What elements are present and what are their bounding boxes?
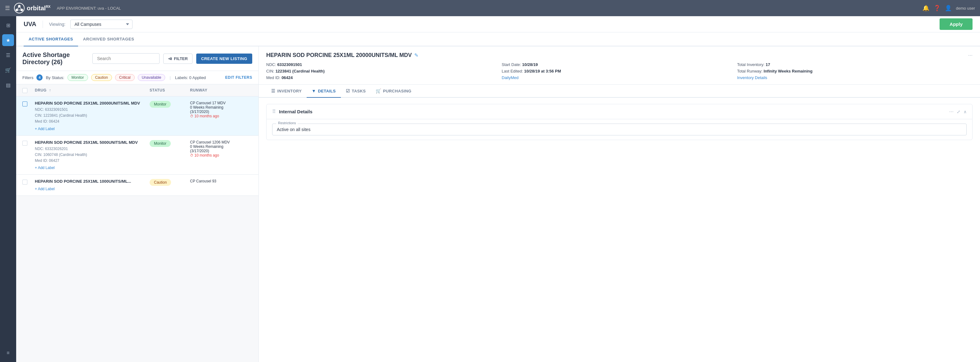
edit-pencil-icon[interactable]: ✎	[414, 52, 418, 58]
row-2-checkbox[interactable]	[22, 141, 27, 146]
user-icon[interactable]: 👤	[945, 5, 952, 11]
detail-inventory-link[interactable]: Inventory Details	[737, 75, 972, 80]
filter-icon: ⧏	[168, 56, 172, 61]
card-header: ⠿ Internal Details ⋯ ⤢ ∧	[267, 104, 972, 119]
details-tab-icon: ▼	[312, 88, 316, 93]
filter-button[interactable]: ⧏ FILTER	[163, 54, 192, 64]
runway-col-1: CP Carousel 17 MDV 0 Weeks Remaining (3/…	[190, 101, 252, 118]
svg-line-5	[19, 6, 22, 10]
logo-text: orbitalRX	[27, 5, 50, 12]
add-label-3[interactable]: + Add Label	[35, 187, 55, 191]
search-input[interactable]	[92, 53, 159, 64]
status-pill-1: Monitor	[150, 101, 171, 108]
by-status-label: By Status:	[46, 75, 64, 80]
drug-meta-1: NDC: 63323091501 CIN: 1223841 (Cardinal …	[35, 107, 150, 125]
detail-total-inventory: Total Inventory: 17	[737, 62, 972, 67]
edit-filters-link[interactable]: EDIT FILTERS	[225, 75, 252, 80]
runway-weeks-2: 0 Weeks Remaining	[190, 144, 252, 149]
sidebar-item-menu[interactable]: ≡	[2, 347, 14, 359]
logo: orbitalRX	[14, 3, 50, 14]
sidebar-item-bars[interactable]: ▤	[2, 79, 14, 91]
status-chip-monitor[interactable]: Monitor	[67, 74, 88, 81]
apply-button[interactable]: Apply	[940, 18, 972, 30]
status-chip-critical[interactable]: Critical	[115, 74, 135, 81]
drug-meta-2: NDC: 63323026201 CIN: 1060748 (Cardinal …	[35, 146, 150, 164]
detail-tabs: ☰ INVENTORY ▼ DETAILS ☑ TASKS 🛒 PURCHASI…	[259, 85, 980, 98]
detail-tab-tasks[interactable]: ☑ TASKS	[341, 85, 371, 98]
svg-point-0	[14, 3, 24, 13]
notification-icon[interactable]: 🔔	[923, 5, 929, 11]
sidebar-item-cart[interactable]: 🛒	[2, 64, 14, 76]
campus-select[interactable]: All Campuses	[70, 20, 132, 29]
app-env-label: APP ENVIRONMENT: uva - LOCAL	[57, 6, 121, 11]
card-actions: ⋯ ⤢ ∧	[949, 109, 967, 114]
runway-col-3: CP Carousel 93	[190, 179, 252, 183]
main-content: UVA Viewing: All Campuses Apply Active S…	[16, 16, 980, 362]
directory-header: Active Shortage Directory (26) ⧏ FILTER …	[16, 46, 258, 71]
runway-ago-2: ⏱ 10 months ago	[190, 153, 252, 158]
internal-details-card: ⠿ Internal Details ⋯ ⤢ ∧ Restrictions	[266, 104, 972, 140]
drag-handle-icon[interactable]: ⠿	[272, 108, 276, 115]
labels-text: Labels: 0 Applied	[175, 75, 206, 80]
header-drug[interactable]: DRUG ↑	[35, 88, 150, 92]
add-label-2[interactable]: + Add Label	[35, 166, 55, 170]
detail-total-runway: Total Runway: Infinity Weeks Remaining	[737, 69, 972, 73]
add-label-1[interactable]: + Add Label	[35, 127, 55, 131]
header-divider	[43, 21, 43, 28]
sort-arrow-icon: ↑	[49, 88, 51, 92]
more-options-icon[interactable]: ⋯	[968, 53, 972, 58]
detail-start-date: Start Date: 10/28/19	[502, 62, 737, 67]
viewing-label: Viewing:	[49, 22, 65, 27]
detail-tab-inventory[interactable]: ☰ INVENTORY	[266, 85, 307, 98]
row-3-checkbox[interactable]	[22, 180, 27, 185]
detail-tab-details[interactable]: ▼ DETAILS	[307, 85, 341, 98]
row-1-checkbox[interactable]	[22, 102, 27, 107]
card-expand-btn[interactable]: ⤢	[957, 109, 960, 114]
header-status: STATUS	[150, 88, 190, 92]
drug-name-1: HEPARIN SOD PORCINE 25X1ML 20000UNITS/ML…	[35, 101, 150, 105]
card-body: Restrictions Active on all sites	[267, 119, 972, 140]
table-row[interactable]: HEPARIN SOD PORCINE 25X1ML 5000UNITS/ML …	[16, 136, 258, 175]
detail-cin: CIN: 1223841 (Cardinal Health)	[266, 69, 502, 73]
sidebar-item-grid[interactable]: ⊞	[2, 19, 14, 31]
table-row[interactable]: HEPARIN SOD PORCINE 25X1ML 20000UNITS/ML…	[16, 96, 258, 136]
inventory-tab-icon: ☰	[271, 88, 275, 93]
drug-table: DRUG ↑ STATUS RUNWAY HEPARIN SOD PORCINE…	[16, 85, 258, 362]
header-checkbox-col	[22, 88, 35, 93]
sidebar: ⊞ ★ ☰ 🛒 ▤ ≡	[0, 16, 16, 362]
directory-count: (26)	[51, 59, 62, 65]
restrictions-label: Restrictions	[276, 121, 298, 125]
card-more-btn[interactable]: ⋯	[949, 109, 954, 114]
purchasing-tab-icon: 🛒	[376, 88, 381, 93]
create-listing-button[interactable]: CREATE NEW LISTING	[196, 54, 252, 64]
help-icon[interactable]: ❓	[934, 5, 940, 11]
detail-title-row: HEPARIN SOD PORCINE 25X1ML 20000UNITS/ML…	[266, 52, 972, 59]
status-pill-3: Caution	[150, 179, 171, 186]
restrictions-value: Active on all sites	[277, 127, 310, 132]
select-all-checkbox[interactable]	[22, 88, 27, 93]
detail-dailymed-link[interactable]: DailyMed	[502, 75, 737, 80]
content-area: Active Shortage Directory (26) ⧏ FILTER …	[16, 46, 980, 362]
table-row[interactable]: HEPARIN SOD PORCINE 25X1ML 1000UNITS/ML.…	[16, 175, 258, 196]
header-runway: RUNWAY	[190, 88, 252, 92]
detail-meta-grid: NDC: 63323091501 Start Date: 10/28/19 To…	[266, 62, 972, 85]
sidebar-item-doc[interactable]: ☰	[2, 49, 14, 61]
logo-icon	[14, 3, 25, 14]
top-nav: ☰ orbitalRX APP ENVIRONMENT: uva - LOCAL…	[0, 0, 980, 16]
drug-name-2: HEPARIN SOD PORCINE 25X1ML 5000UNITS/ML …	[35, 140, 150, 145]
card-collapse-btn[interactable]: ∧	[964, 109, 967, 114]
tabs-bar: Active Shortages Archived Shortages	[16, 32, 980, 46]
detail-tab-purchasing[interactable]: 🛒 PURCHASING	[371, 85, 417, 98]
tab-active-shortages[interactable]: Active Shortages	[24, 32, 78, 46]
runway-campus-1: CP Carousel 17 MDV	[190, 101, 252, 105]
runway-date-2: (3/17/2020)	[190, 149, 252, 153]
detail-panel: HEPARIN SOD PORCINE 25X1ML 20000UNITS/ML…	[259, 46, 980, 362]
hamburger-icon[interactable]: ☰	[5, 5, 10, 11]
status-chip-unavailable[interactable]: Unavailable	[138, 74, 165, 81]
tab-archived-shortages[interactable]: Archived Shortages	[78, 32, 139, 46]
sidebar-item-star[interactable]: ★	[2, 34, 14, 46]
status-chip-caution[interactable]: Caution	[91, 74, 112, 81]
nav-user-label: demo user	[956, 6, 975, 11]
filters-bar: Filters 4 By Status: Monitor Caution Cri…	[16, 71, 258, 85]
drug-name-3: HEPARIN SOD PORCINE 25X1ML 1000UNITS/ML.…	[35, 179, 150, 183]
